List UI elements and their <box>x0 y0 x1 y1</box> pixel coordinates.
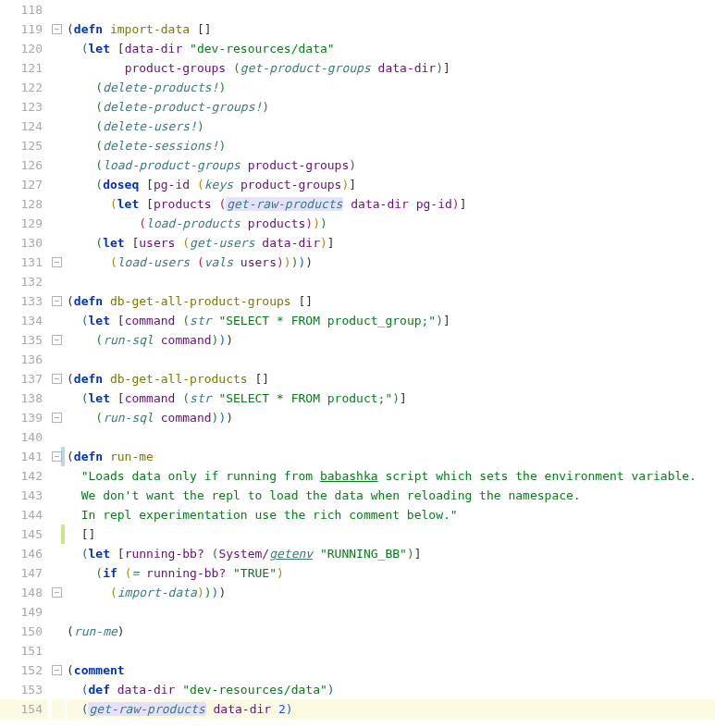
indent <box>67 683 81 697</box>
fold-toggle-icon[interactable]: − <box>52 413 62 423</box>
code-line[interactable]: In repl experimentation use the rich com… <box>67 505 715 524</box>
token-name: command <box>125 314 183 327</box>
fold-cell <box>52 97 65 117</box>
code-line[interactable]: (run-sql command))) <box>67 408 715 427</box>
token-br3: ) <box>262 100 269 114</box>
indent <box>67 236 95 250</box>
fold-cell <box>52 58 65 78</box>
code-editor[interactable]: 1181191201211221231241251261271281291301… <box>0 0 715 728</box>
fold-toggle-icon[interactable]: − <box>52 587 62 598</box>
fold-toggle-icon[interactable]: − <box>52 335 62 345</box>
line-number: 150 <box>0 622 48 641</box>
indent <box>67 508 81 522</box>
code-line[interactable] <box>67 641 715 660</box>
token-br5: ) <box>305 216 313 230</box>
code-line[interactable]: (delete-sessions!) <box>67 136 715 155</box>
line-number: 133 <box>0 291 48 311</box>
token-br3: ( <box>95 333 103 347</box>
fold-toggle-icon[interactable]: − <box>52 24 62 34</box>
code-line[interactable]: "Loads data only if running from babashk… <box>67 466 715 486</box>
token-call: str <box>190 391 218 405</box>
code-line[interactable]: (get-raw-products data-dir 2) <box>67 699 715 719</box>
token-br4: ( <box>197 178 204 191</box>
fold-cell[interactable]: − <box>52 330 65 350</box>
token-vec: ] <box>443 61 450 75</box>
code-line[interactable]: (let [running-bb? (System/getenv "RUNNIN… <box>67 544 715 563</box>
code-line[interactable]: (delete-users!) <box>67 117 715 136</box>
fold-cell <box>52 427 65 447</box>
code-area[interactable]: (defn import-data [] (let [data-dir "dev… <box>65 0 715 728</box>
code-line[interactable]: (defn db-get-all-products [] <box>67 369 715 389</box>
fold-cell[interactable]: − <box>52 583 65 602</box>
fold-cell[interactable]: − <box>52 253 65 272</box>
code-line[interactable]: (run-sql command))) <box>67 330 715 350</box>
token-name: running-bb? <box>125 547 212 561</box>
fold-column[interactable]: −−−−−−−−− <box>52 0 65 728</box>
code-line[interactable] <box>67 350 715 369</box>
code-line[interactable]: (run-me) <box>67 622 715 641</box>
code-line[interactable]: (let [products (get-raw-products data-di… <box>67 194 715 214</box>
fold-cell <box>52 39 65 58</box>
fold-cell <box>52 389 65 408</box>
code-line[interactable]: (def data-dir "dev-resources/data") <box>67 680 715 699</box>
code-line[interactable]: (let [data-dir "dev-resources/data" <box>67 39 715 58</box>
fold-toggle-icon[interactable]: − <box>52 374 62 384</box>
indent <box>67 61 125 75</box>
fold-cell[interactable]: − <box>52 19 65 39</box>
token-call: load-product-groups <box>103 158 248 172</box>
fold-cell <box>52 524 65 544</box>
fold-cell[interactable]: − <box>52 408 65 427</box>
fold-toggle-icon[interactable]: − <box>52 257 62 267</box>
indent <box>67 527 81 541</box>
token-str: "SELECT * FROM product;" <box>218 391 392 405</box>
line-number-gutter: 1181191201211221231241251261271281291301… <box>0 0 52 728</box>
fold-toggle-icon[interactable]: − <box>52 296 62 306</box>
code-line[interactable]: (let [command (str "SELECT * FROM produc… <box>67 389 715 408</box>
code-line[interactable] <box>67 602 715 622</box>
code-line[interactable]: product-groups (get-product-groups data-… <box>67 58 715 78</box>
code-line[interactable]: (load-users (vals users))))) <box>67 253 715 272</box>
fold-cell <box>52 0 65 19</box>
code-line[interactable]: (import-data)))) <box>67 583 715 602</box>
code-line[interactable]: (defn db-get-all-product-groups [] <box>67 291 715 311</box>
code-line[interactable]: (delete-products!) <box>67 78 715 97</box>
token-str-u: babashka <box>320 469 378 483</box>
line-number: 151 <box>0 641 48 660</box>
token-vec: ] <box>443 314 450 327</box>
fold-toggle-icon[interactable]: − <box>52 451 62 462</box>
token-vec: [] <box>81 527 96 541</box>
code-line[interactable]: (defn run-me <box>67 447 715 466</box>
token-kw: let <box>88 42 117 56</box>
token-br3: ) <box>349 158 356 172</box>
code-line[interactable]: (let [users (get-users data-dir)] <box>67 233 715 253</box>
code-line[interactable]: We don't want the repl to load the data … <box>67 486 715 505</box>
code-line[interactable] <box>67 272 715 291</box>
line-number: 138 <box>0 389 48 408</box>
token-br3: ) <box>407 547 414 561</box>
line-number: 144 <box>0 505 48 524</box>
fold-cell[interactable]: − <box>52 660 65 680</box>
fold-toggle-icon[interactable]: − <box>52 665 62 675</box>
indent <box>67 80 95 94</box>
code-line[interactable]: (defn import-data [] <box>67 19 715 39</box>
code-line[interactable]: (comment <box>67 660 715 680</box>
indent <box>67 391 81 405</box>
token-name: users <box>240 255 277 269</box>
code-line[interactable]: (load-product-groups product-groups) <box>67 155 715 175</box>
code-line[interactable]: [] <box>67 524 715 544</box>
token-br3: ( <box>95 100 103 114</box>
code-line[interactable]: (if (= running-bb? "TRUE") <box>67 563 715 583</box>
token-fn: run-me <box>110 450 154 463</box>
line-number: 130 <box>0 233 48 253</box>
code-line[interactable]: (doseq [pg-id (keys product-groups)] <box>67 175 715 194</box>
code-line[interactable]: (let [command (str "SELECT * FROM produc… <box>67 311 715 330</box>
code-line[interactable]: (delete-product-groups!) <box>67 97 715 117</box>
fold-cell[interactable]: − <box>52 369 65 389</box>
fold-cell[interactable]: − <box>52 447 65 466</box>
code-line[interactable] <box>67 0 715 19</box>
fold-cell[interactable]: − <box>52 291 65 311</box>
token-br3: ) <box>392 391 400 405</box>
code-line[interactable] <box>67 427 715 447</box>
code-line[interactable]: (load-products products))) <box>67 214 715 233</box>
indent <box>67 586 110 599</box>
